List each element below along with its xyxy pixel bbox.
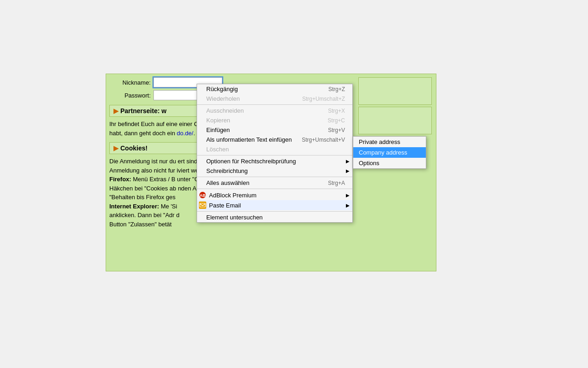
menu-item-spelling[interactable]: Optionen für Rechtschreibprüfung	[197, 156, 352, 166]
menu-item-paste-email[interactable]: Paste Email ▶	[197, 200, 352, 210]
paste-email-submenu[interactable]: Private address Company address Options	[353, 136, 426, 169]
menu-item-paste-plain-shortcut: Strg+Umschalt+V	[302, 137, 345, 143]
menu-item-select-all-label: Alles auswählen	[206, 179, 249, 186]
partner-section-title: Partnerseite: w	[120, 107, 166, 115]
menu-item-direction[interactable]: Schreibrichtung	[197, 166, 352, 176]
menu-item-paste-label: Einfügen	[206, 126, 230, 133]
menu-item-redo-label: Wiederholen	[206, 95, 240, 102]
menu-item-direction-label: Schreibrichtung	[206, 167, 248, 174]
menu-item-cut[interactable]: Ausschneiden Strg+X	[197, 106, 352, 115]
svg-text:AB: AB	[200, 193, 206, 198]
submenu-item-private-label: Private address	[359, 138, 400, 145]
menu-item-inspect[interactable]: Element untersuchen	[197, 213, 352, 222]
submenu-item-private[interactable]: Private address	[353, 137, 426, 147]
right-box-2	[358, 107, 432, 134]
adblock-icon: AB	[199, 191, 206, 199]
menu-item-adblock[interactable]: AB AdBlock Premium ▶	[197, 190, 352, 200]
paste-email-submenu-arrow: ▶	[346, 203, 350, 208]
partner-arrow-icon: ▶	[113, 107, 119, 115]
menu-separator-5	[197, 211, 352, 212]
menu-item-adblock-label: AdBlock Premium	[209, 192, 256, 199]
menu-separator-2	[197, 155, 352, 155]
partner-link[interactable]: do.de/	[177, 130, 193, 137]
menu-item-select-all[interactable]: Alles auswählen Strg+A	[197, 178, 352, 188]
menu-item-copy[interactable]: Kopieren Strg+C	[197, 115, 352, 125]
menu-item-copy-label: Kopieren	[206, 117, 230, 124]
right-panel	[358, 77, 432, 136]
submenu-item-company[interactable]: Company address	[353, 147, 426, 158]
menu-item-undo-shortcut: Strg+Z	[328, 86, 345, 92]
menu-item-delete-label: Löschen	[206, 146, 229, 153]
menu-item-redo-shortcut: Strg+Umschalt+Z	[302, 96, 345, 102]
menu-separator-1	[197, 104, 352, 105]
nickname-label: Nickname:	[109, 79, 151, 86]
submenu-item-options-label: Options	[359, 160, 379, 167]
right-box-1	[358, 77, 432, 105]
menu-item-cut-label: Ausschneiden	[206, 107, 244, 114]
menu-item-paste-plain-label: Als unformatierten Text einfügen	[206, 136, 292, 143]
password-label: Passwort:	[109, 92, 151, 99]
submenu-item-options[interactable]: Options	[353, 158, 426, 168]
submenu-item-company-label: Company address	[359, 149, 407, 156]
menu-item-redo[interactable]: Wiederholen Strg+Umschalt+Z	[197, 94, 352, 104]
context-menu[interactable]: Rückgängig Strg+Z Wiederholen Strg+Umsch…	[197, 84, 353, 223]
menu-item-paste-shortcut: Strg+V	[328, 127, 345, 133]
menu-item-delete[interactable]: Löschen	[197, 144, 352, 154]
cookies-section-title: Cookies!	[120, 144, 147, 152]
adblock-submenu-arrow: ▶	[346, 193, 350, 198]
menu-item-inspect-label: Element untersuchen	[206, 214, 263, 221]
menu-item-paste[interactable]: Einfügen Strg+V	[197, 125, 352, 135]
menu-item-select-all-shortcut: Strg+A	[328, 180, 345, 186]
cookies-arrow-icon: ▶	[113, 144, 119, 152]
menu-item-undo[interactable]: Rückgängig Strg+Z	[197, 84, 352, 94]
menu-item-spelling-label: Optionen für Rechtschreibprüfung	[206, 158, 296, 165]
menu-item-paste-plain[interactable]: Als unformatierten Text einfügen Strg+Um…	[197, 135, 352, 144]
menu-item-cut-shortcut: Strg+X	[328, 108, 345, 114]
paste-email-icon	[199, 201, 206, 209]
menu-separator-3	[197, 177, 352, 177]
menu-item-undo-label: Rückgängig	[206, 86, 238, 92]
menu-separator-4	[197, 189, 352, 189]
menu-item-copy-shortcut: Strg+C	[328, 117, 345, 124]
menu-item-paste-email-label: Paste Email	[209, 202, 241, 209]
